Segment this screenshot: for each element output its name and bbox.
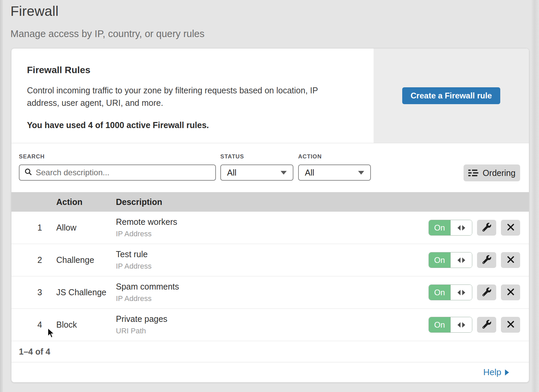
close-icon bbox=[507, 321, 514, 329]
search-box bbox=[19, 164, 216, 181]
delete-rule-button[interactable] bbox=[501, 220, 520, 236]
rule-priority: 1 bbox=[11, 223, 56, 233]
arrow-right-icon bbox=[505, 369, 509, 375]
rule-action: JS Challenge bbox=[56, 288, 116, 297]
rule-priority: 4 bbox=[11, 320, 56, 330]
description-column-header: Description bbox=[116, 197, 529, 207]
action-label: ACTION bbox=[298, 153, 371, 160]
delete-rule-button[interactable] bbox=[501, 317, 520, 333]
table-row: 4 Block Private pages URI Path On bbox=[11, 309, 529, 341]
rule-description: Remote workers bbox=[116, 217, 429, 227]
table-row: 3 JS Challenge Spam comments IP Address … bbox=[11, 276, 529, 309]
table-row: 2 Challenge Test rule IP Address On bbox=[11, 244, 529, 276]
rule-description-cell: Spam comments IP Address bbox=[116, 282, 429, 303]
rule-enabled-toggle[interactable]: On bbox=[429, 284, 472, 300]
edit-rule-button[interactable] bbox=[477, 220, 496, 236]
status-filter-group: STATUS All bbox=[220, 153, 293, 181]
action-filter-group: ACTION All bbox=[298, 153, 371, 181]
intro-section: Firewall Rules Control incoming traffic … bbox=[11, 49, 529, 143]
create-firewall-rule-button[interactable]: Create a Firewall rule bbox=[402, 87, 500, 104]
ordered-list-icon bbox=[468, 170, 478, 176]
edit-rule-button[interactable] bbox=[477, 252, 496, 268]
arrow-right-icon bbox=[462, 225, 465, 231]
toggle-on-label: On bbox=[429, 220, 450, 235]
edit-rule-button[interactable] bbox=[477, 284, 496, 300]
rule-description-cell: Private pages URI Path bbox=[116, 314, 429, 335]
toggle-handle[interactable] bbox=[450, 252, 472, 268]
rule-controls: On bbox=[429, 252, 529, 268]
arrow-left-icon bbox=[457, 258, 461, 263]
search-label: SEARCH bbox=[19, 153, 216, 160]
search-input[interactable] bbox=[36, 168, 211, 177]
rule-match-type: IP Address bbox=[116, 262, 429, 271]
delete-rule-button[interactable] bbox=[501, 252, 520, 268]
page-header: Firewall Manage access by IP, country, o… bbox=[0, 0, 539, 39]
rule-enabled-toggle[interactable]: On bbox=[429, 317, 472, 333]
firewall-rules-card: Firewall Rules Control incoming traffic … bbox=[11, 48, 529, 383]
ordering-button[interactable]: Ordering bbox=[464, 164, 520, 181]
delete-rule-button[interactable] bbox=[501, 284, 520, 300]
page-subtitle: Manage access by IP, country, or query r… bbox=[10, 28, 539, 39]
rule-enabled-toggle[interactable]: On bbox=[429, 252, 472, 268]
arrow-left-icon bbox=[457, 225, 461, 231]
rule-priority: 3 bbox=[11, 288, 56, 297]
ordering-button-label: Ordering bbox=[483, 168, 515, 178]
rule-description-cell: Remote workers IP Address bbox=[116, 217, 429, 238]
rule-priority: 2 bbox=[11, 255, 56, 265]
edit-rule-button[interactable] bbox=[477, 317, 496, 333]
rule-controls: On bbox=[429, 220, 529, 236]
status-select[interactable]: All bbox=[220, 164, 293, 181]
close-icon bbox=[507, 256, 514, 264]
action-select-value: All bbox=[305, 168, 314, 178]
search-filter-group: SEARCH bbox=[19, 153, 216, 181]
intro-description: Control incoming traffic to your zone by… bbox=[27, 84, 348, 109]
rule-match-type: IP Address bbox=[116, 230, 429, 238]
rule-description: Private pages bbox=[116, 314, 429, 324]
rule-match-type: URI Path bbox=[116, 327, 429, 335]
intro-usage-text: You have used 4 of 1000 active Firewall … bbox=[27, 120, 353, 130]
close-icon bbox=[507, 223, 514, 232]
rule-description: Spam comments bbox=[116, 282, 429, 292]
wrench-icon bbox=[482, 255, 491, 265]
action-select[interactable]: All bbox=[298, 164, 371, 181]
arrow-left-icon bbox=[457, 290, 461, 295]
close-icon bbox=[507, 288, 514, 297]
toggle-on-label: On bbox=[429, 317, 450, 332]
arrow-right-icon bbox=[462, 290, 465, 295]
rule-controls: On bbox=[429, 284, 529, 300]
rule-enabled-toggle[interactable]: On bbox=[429, 220, 472, 236]
help-link-label: Help bbox=[483, 367, 501, 378]
intro-action-panel: Create a Firewall rule bbox=[374, 49, 529, 143]
status-label: STATUS bbox=[220, 153, 293, 160]
action-column-header: Action bbox=[56, 197, 116, 207]
rule-match-type: IP Address bbox=[116, 294, 429, 303]
arrow-left-icon bbox=[457, 322, 461, 328]
toggle-handle[interactable] bbox=[450, 285, 472, 300]
wrench-icon bbox=[482, 288, 491, 297]
rule-description: Test rule bbox=[116, 249, 429, 259]
toggle-on-label: On bbox=[429, 252, 450, 268]
arrow-right-icon bbox=[462, 258, 465, 263]
pagination-row: 1–4 of 4 bbox=[11, 341, 529, 362]
filters-bar: SEARCH STATUS All ACTION bbox=[11, 143, 529, 192]
chevron-down-icon bbox=[358, 171, 364, 175]
card-footer: Help bbox=[11, 362, 529, 382]
search-icon bbox=[24, 168, 32, 177]
wrench-icon bbox=[482, 223, 491, 233]
intro-heading: Firewall Rules bbox=[27, 65, 353, 76]
rule-action: Block bbox=[56, 320, 116, 330]
intro-text-block: Firewall Rules Control incoming traffic … bbox=[11, 49, 374, 143]
rule-action: Allow bbox=[56, 223, 116, 233]
rule-description-cell: Test rule IP Address bbox=[116, 249, 429, 271]
toggle-handle[interactable] bbox=[450, 317, 472, 332]
toggle-on-label: On bbox=[429, 285, 450, 300]
toggle-handle[interactable] bbox=[450, 220, 472, 235]
help-link[interactable]: Help bbox=[483, 367, 509, 378]
table-header: Action Description bbox=[11, 192, 529, 212]
wrench-icon bbox=[482, 320, 491, 330]
status-select-value: All bbox=[227, 168, 236, 178]
page-title: Firewall bbox=[10, 3, 539, 19]
chevron-down-icon bbox=[281, 171, 287, 175]
pagination-status: 1–4 of 4 bbox=[19, 347, 50, 357]
rule-controls: On bbox=[429, 317, 529, 333]
